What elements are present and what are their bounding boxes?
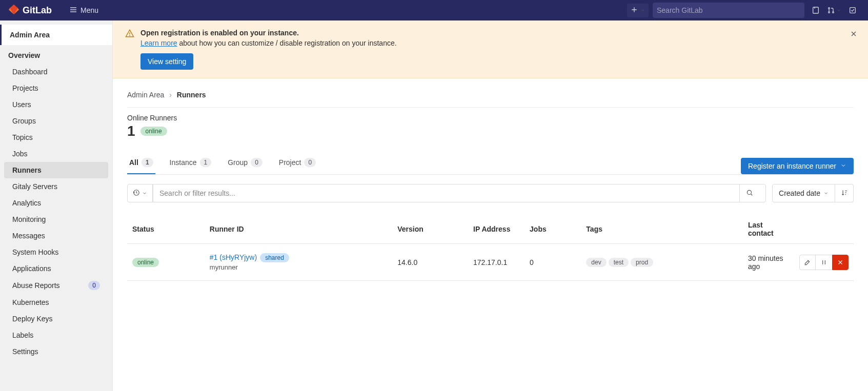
main-content: Open registration is enabled on your ins…: [113, 20, 868, 391]
runner-id-link[interactable]: #1 (sHyRYjyw): [210, 253, 257, 261]
svg-point-3: [829, 12, 830, 13]
breadcrumb-separator: ›: [169, 91, 172, 99]
runner-tabs: All1Instance1Group0Project0: [127, 152, 318, 174]
tab-project[interactable]: Project0: [277, 152, 318, 174]
col-jobs: Jobs: [524, 215, 581, 244]
sidebar-item-label: Projects: [12, 84, 38, 92]
sort-dropdown[interactable]: Created date: [772, 184, 835, 202]
sidebar-item-groups[interactable]: Groups: [4, 113, 108, 129]
sidebar-item-kubernetes[interactable]: Kubernetes: [4, 294, 108, 311]
sidebar-item-label: Runners: [12, 166, 42, 174]
svg-point-7: [747, 190, 751, 194]
tab-count: 0: [251, 158, 263, 167]
sidebar-item-analytics[interactable]: Analytics: [4, 195, 108, 211]
runner-tag: prod: [631, 258, 653, 267]
tab-label: Project: [279, 158, 301, 167]
search-history-button[interactable]: [127, 184, 153, 202]
runner-type-pill: shared: [260, 253, 289, 262]
sidebar-item-topics[interactable]: Topics: [4, 129, 108, 146]
col-status: Status: [127, 215, 205, 244]
sidebar-item-label: Jobs: [12, 150, 28, 158]
search-icon: [746, 189, 753, 198]
plus-icon: [630, 6, 638, 15]
sidebar-item-label: Abuse Reports: [12, 281, 60, 290]
alert-title: Open registration is enabled on your ins…: [140, 29, 299, 37]
chevron-down-icon: [640, 6, 645, 14]
register-runner-button[interactable]: Register an instance runner: [741, 158, 854, 174]
warning-icon: [125, 29, 134, 70]
sidebar-item-monitoring[interactable]: Monitoring: [4, 211, 108, 228]
close-icon[interactable]: [850, 30, 858, 39]
sidebar-item-gitaly-servers[interactable]: Gitaly Servers: [4, 178, 108, 195]
sidebar-item-runners[interactable]: Runners: [4, 162, 108, 178]
cell-version: 14.6.0: [392, 244, 468, 281]
tab-count: 0: [304, 158, 316, 167]
menu-toggle-label: Menu: [80, 6, 98, 14]
tab-all[interactable]: All1: [127, 152, 155, 174]
sidebar-item-label: Gitaly Servers: [12, 182, 57, 191]
menu-toggle[interactable]: Menu: [65, 4, 103, 17]
sidebar-item-deploy-keys[interactable]: Deploy Keys: [4, 311, 108, 327]
runner-description: myrunner: [210, 263, 387, 271]
sidebar-item-labels[interactable]: Labels: [4, 327, 108, 343]
filter-search-button[interactable]: [739, 184, 759, 202]
merge-requests-icon[interactable]: [827, 3, 841, 17]
sidebar-item-dashboard[interactable]: Dashboard: [4, 64, 108, 80]
sort-desc-icon: [841, 189, 848, 198]
view-setting-button[interactable]: View setting: [140, 53, 193, 70]
summary-status-pill: online: [140, 127, 167, 136]
runner-tag: test: [609, 258, 629, 267]
global-search[interactable]: [653, 3, 804, 18]
pause-runner-button[interactable]: [816, 255, 832, 270]
table-row: online#1 (sHyRYjyw)sharedmyrunner14.6.01…: [127, 244, 854, 281]
issues-icon[interactable]: [809, 3, 823, 17]
col-ip: IP Address: [468, 215, 524, 244]
sidebar-item-jobs[interactable]: Jobs: [4, 146, 108, 162]
sidebar-item-messages[interactable]: Messages: [4, 228, 108, 244]
svg-rect-1: [813, 7, 819, 13]
alert-rest: about how you can customize / disable re…: [177, 39, 397, 47]
svg-point-4: [833, 12, 834, 13]
cell-ip: 172.17.0.1: [468, 244, 524, 281]
delete-runner-button[interactable]: [832, 255, 849, 270]
sort-direction-button[interactable]: [835, 184, 854, 202]
edit-runner-button[interactable]: [799, 255, 816, 270]
brand-logo[interactable]: GitLab: [8, 4, 52, 17]
sidebar-item-label: Dashboard: [12, 68, 48, 76]
sidebar-item-system-hooks[interactable]: System Hooks: [4, 244, 108, 260]
filter-input[interactable]: [159, 184, 739, 202]
learn-more-link[interactable]: Learn more: [140, 39, 177, 47]
register-runner-label: Register an instance runner: [748, 162, 836, 170]
search-input[interactable]: [657, 6, 800, 14]
sidebar-item-users[interactable]: Users: [4, 96, 108, 113]
svg-point-2: [829, 8, 830, 9]
svg-point-6: [129, 35, 130, 36]
chevron-down-icon: [823, 189, 829, 197]
col-tags: Tags: [581, 215, 743, 244]
sidebar-item-abuse-reports[interactable]: Abuse Reports0: [4, 277, 108, 294]
registration-alert: Open registration is enabled on your ins…: [113, 20, 868, 78]
sidebar-item-applications[interactable]: Applications: [4, 260, 108, 277]
brand-text: GitLab: [23, 5, 52, 16]
sort-label: Created date: [779, 189, 820, 197]
tab-instance[interactable]: Instance1: [168, 152, 214, 174]
tab-label: Instance: [170, 158, 197, 167]
sidebar-item-label: Analytics: [12, 199, 41, 207]
todos-icon[interactable]: [845, 3, 860, 17]
breadcrumb-admin-area[interactable]: Admin Area: [127, 91, 164, 99]
sidebar-item-label: Users: [12, 100, 31, 109]
sidebar-item-label: Kubernetes: [12, 298, 49, 306]
chevron-down-icon: [840, 162, 846, 170]
summary-label: Online Runners: [127, 114, 854, 122]
sidebar-item-settings[interactable]: Settings: [4, 343, 108, 360]
breadcrumb-current: Runners: [177, 91, 206, 99]
sidebar-section-overview[interactable]: Overview: [0, 45, 112, 64]
create-dropdown[interactable]: [627, 4, 649, 17]
tab-label: Group: [228, 158, 248, 167]
col-runner-id: Runner ID: [205, 215, 392, 244]
sidebar-item-projects[interactable]: Projects: [4, 80, 108, 96]
status-pill: online: [132, 258, 159, 267]
sidebar-title[interactable]: Admin Area: [0, 25, 112, 45]
tab-group[interactable]: Group0: [226, 152, 265, 174]
sidebar-item-label: Topics: [12, 133, 33, 141]
